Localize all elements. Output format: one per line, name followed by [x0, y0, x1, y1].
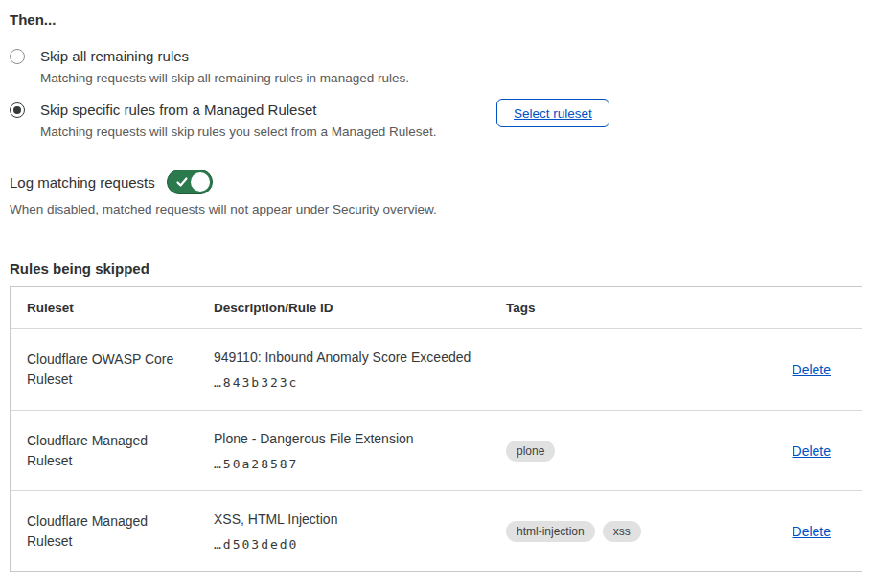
delete-link[interactable]: Delete [793, 524, 831, 539]
option-label[interactable]: Skip specific rules from a Managed Rules… [40, 102, 436, 119]
rule-description-cell: XSS, HTML Injection …d503ded0 [214, 511, 506, 552]
radio-skip-specific-rules[interactable] [10, 102, 25, 118]
toggle-knob [191, 172, 210, 192]
rule-tags: plone [506, 441, 793, 462]
option-text: Skip specific rules from a Managed Rules… [40, 102, 436, 140]
ruleset-name: Cloudflare Managed Ruleset [27, 431, 188, 471]
column-header-ruleset: Ruleset [27, 301, 214, 315]
tag-pill: plone [506, 441, 555, 462]
rule-description: Plone - Dangerous File Extension [214, 431, 506, 447]
log-toggle-description: When disabled, matched requests will not… [10, 202, 862, 217]
log-matching-requests-row: Log matching requests [10, 170, 862, 194]
rule-description: XSS, HTML Injection [214, 511, 506, 528]
table-row: Cloudflare Managed Ruleset XSS, HTML Inj… [11, 490, 862, 571]
rule-description-cell: 949110: Inbound Anomaly Score Exceeded …… [214, 350, 506, 390]
ruleset-name: Cloudflare Managed Ruleset [27, 511, 188, 552]
radio-skip-all-rules[interactable] [10, 49, 25, 64]
action-options: Skip all remaining rules Matching reques… [10, 48, 862, 140]
then-heading: Then... [10, 11, 862, 28]
column-header-description: Description/Rule ID [214, 301, 506, 315]
rule-tags: html-injection xss [506, 521, 793, 542]
table-row: Cloudflare Managed Ruleset Plone - Dange… [11, 410, 862, 490]
log-toggle-label: Log matching requests [10, 174, 155, 191]
rule-description: 949110: Inbound Anomaly Score Exceeded [214, 350, 506, 366]
rules-being-skipped-heading: Rules being skipped [10, 260, 862, 277]
rule-id: …d503ded0 [214, 537, 506, 552]
option-skip-all-rules: Skip all remaining rules Matching reques… [10, 48, 862, 86]
skipped-rules-table: Ruleset Description/Rule ID Tags Cloudfl… [10, 286, 862, 572]
rule-id: …50a28587 [214, 457, 506, 471]
option-skip-specific-rules: Skip specific rules from a Managed Rules… [10, 102, 862, 140]
delete-link[interactable]: Delete [793, 362, 831, 377]
check-icon [175, 175, 189, 189]
tag-pill: xss [603, 521, 641, 542]
waf-rule-action-panel: Then... Skip all remaining rules Matchin… [0, 0, 873, 572]
select-ruleset-button[interactable]: Select ruleset [496, 99, 609, 127]
column-header-tags: Tags [506, 301, 831, 315]
option-description: Matching requests will skip all remainin… [40, 71, 409, 86]
option-description: Matching requests will skip rules you se… [40, 124, 436, 140]
tag-pill: html-injection [506, 521, 595, 542]
rule-id: …843b323c [214, 375, 506, 390]
ruleset-name: Cloudflare OWASP Core Ruleset [27, 350, 188, 390]
table-row: Cloudflare OWASP Core Ruleset 949110: In… [11, 329, 862, 410]
table-header-row: Ruleset Description/Rule ID Tags [11, 287, 862, 329]
rule-description-cell: Plone - Dangerous File Extension …50a285… [214, 431, 506, 471]
log-toggle[interactable] [167, 170, 213, 194]
delete-link[interactable]: Delete [793, 443, 831, 459]
option-text: Skip all remaining rules Matching reques… [40, 48, 409, 86]
option-label[interactable]: Skip all remaining rules [40, 48, 409, 65]
